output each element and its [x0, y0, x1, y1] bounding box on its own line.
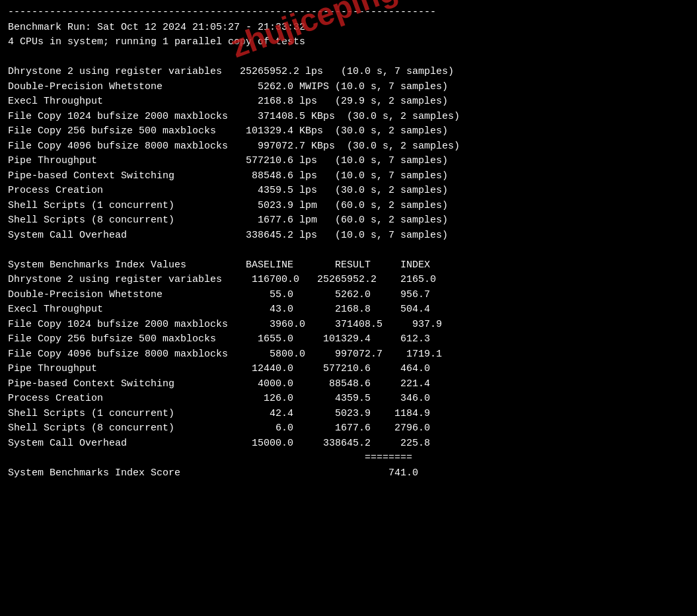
- benchmark-text: ----------------------------------------…: [8, 5, 689, 481]
- benchmark-output: zhujiceping.com ------------------------…: [8, 5, 689, 481]
